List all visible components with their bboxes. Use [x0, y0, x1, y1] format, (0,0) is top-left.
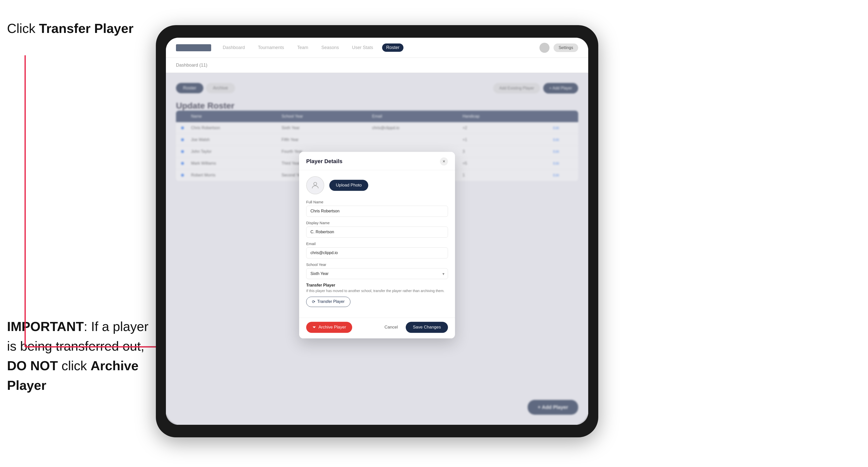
footer-right: Cancel Save Changes — [380, 322, 448, 333]
svg-point-3 — [314, 182, 317, 185]
school-year-select-wrapper: First Year Second Year Third Year Fourth… — [306, 268, 448, 279]
nav-roster[interactable]: Roster — [382, 43, 403, 52]
display-name-label: Display Name — [306, 221, 448, 225]
modal-header: Player Details × — [299, 152, 455, 170]
cancel-button[interactable]: Cancel — [380, 322, 402, 332]
nav-user-stats[interactable]: User Stats — [348, 43, 377, 52]
full-name-input[interactable] — [306, 206, 448, 217]
email-label: Email — [306, 242, 448, 246]
instruction-bold: Transfer Player — [39, 21, 133, 36]
important-label: IMPORTANT — [7, 319, 84, 334]
photo-upload-row: Upload Photo — [306, 176, 448, 194]
modal-title: Player Details — [306, 158, 342, 165]
modal-close-button[interactable]: × — [440, 157, 448, 165]
archive-icon: ⏷ — [312, 325, 316, 330]
user-icon — [311, 181, 320, 190]
tablet-screen: Dashboard Tournaments Team Seasons User … — [166, 38, 588, 425]
nav-seasons[interactable]: Seasons — [317, 43, 343, 52]
nav-team[interactable]: Team — [293, 43, 312, 52]
transfer-desc: If this player has moved to another scho… — [306, 288, 448, 293]
transfer-player-button[interactable]: ⟳ Transfer Player — [306, 297, 350, 307]
archive-btn-label: Archive Player — [318, 325, 346, 330]
instruction-line2-suffix: click — [58, 359, 91, 373]
user-avatar — [539, 43, 550, 53]
upload-photo-button[interactable]: Upload Photo — [329, 180, 368, 191]
app-bar: Dashboard Tournaments Team Seasons User … — [166, 38, 588, 58]
instruction-top: Click Transfer Player — [7, 20, 133, 37]
full-name-label: Full Name — [306, 200, 448, 204]
tablet-frame: Dashboard Tournaments Team Seasons User … — [156, 25, 598, 437]
nav-dashboard[interactable]: Dashboard — [219, 43, 249, 52]
full-name-group: Full Name — [306, 200, 448, 217]
transfer-icon: ⟳ — [312, 299, 315, 304]
save-changes-button[interactable]: Save Changes — [406, 322, 448, 333]
transfer-section: Transfer Player If this player has moved… — [306, 283, 448, 307]
app-bar-right: Settings — [539, 43, 578, 53]
instruction-prefix: Click — [7, 21, 39, 36]
display-name-input[interactable] — [306, 226, 448, 238]
school-year-select[interactable]: First Year Second Year Third Year Fourth… — [306, 268, 448, 279]
modal-footer: ⏷ Archive Player Cancel Save Changes — [299, 317, 455, 338]
app-nav: Dashboard Tournaments Team Seasons User … — [219, 43, 532, 52]
settings-button[interactable]: Settings — [554, 43, 578, 52]
transfer-label: Transfer Player — [306, 283, 448, 287]
modal-container: Player Details × — [299, 152, 455, 338]
nav-tournaments[interactable]: Tournaments — [254, 43, 288, 52]
archive-player-button[interactable]: ⏷ Archive Player — [306, 322, 352, 333]
do-not-label: DO NOT — [7, 359, 58, 373]
main-content: Roster Archive Update Roster Add Existin… — [166, 73, 588, 425]
content-area: Roster Archive Update Roster Add Existin… — [166, 73, 588, 425]
transfer-btn-label: Transfer Player — [317, 299, 345, 304]
display-name-group: Display Name — [306, 221, 448, 238]
email-group: Email — [306, 242, 448, 258]
school-year-group: School Year First Year Second Year Third… — [306, 262, 448, 279]
school-year-label: School Year — [306, 262, 448, 267]
modal-body: Upload Photo Full Name Display Name — [299, 170, 455, 317]
email-input[interactable] — [306, 247, 448, 258]
instruction-bottom: IMPORTANT: If a player is being transfer… — [7, 317, 153, 395]
player-details-modal: Player Details × — [299, 152, 455, 338]
sub-bar: Dashboard (11) — [166, 58, 588, 73]
breadcrumb: Dashboard (11) — [176, 63, 207, 68]
app-logo — [176, 44, 211, 51]
avatar-circle — [306, 176, 324, 194]
